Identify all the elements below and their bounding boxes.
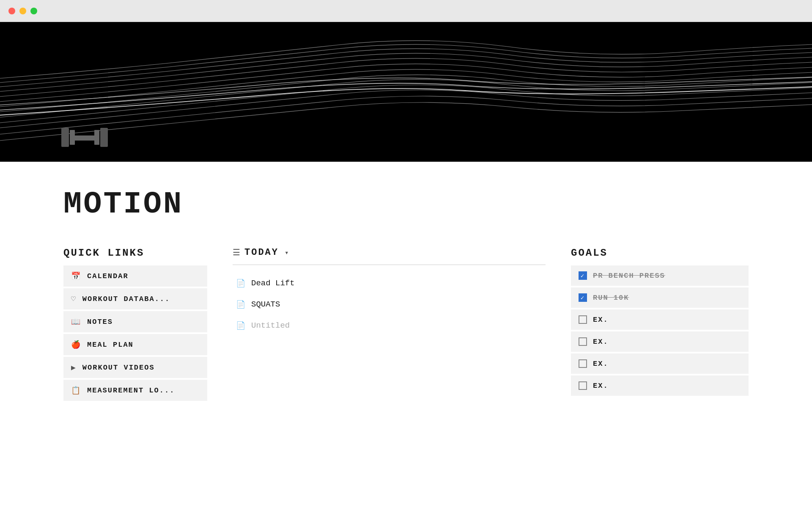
svg-rect-3: [75, 135, 94, 141]
ex-2-checkbox[interactable]: [579, 337, 587, 346]
quick-links-list: 📅 CALENDAR ♡ WORKOUT DATABA... 📖 NOTES 🍎…: [63, 265, 207, 401]
ex-1-checkbox[interactable]: [579, 315, 587, 324]
workout-database-label: WORKOUT DATABA...: [82, 295, 170, 303]
workout-videos-label: WORKOUT VIDEOS: [82, 364, 155, 372]
pr-bench-press-checkbox[interactable]: ✓: [579, 271, 587, 280]
goal-item-pr-bench-press: ✓ PR BENCH PRESS: [571, 265, 749, 286]
quick-links-heading: QUICK LINKS: [63, 247, 207, 259]
quick-link-item-workout-videos[interactable]: ▶ WORKOUT VIDEOS: [63, 357, 207, 378]
run-10k-checkbox[interactable]: ✓: [579, 293, 587, 302]
quick-link-item-calendar[interactable]: 📅 CALENDAR: [63, 265, 207, 287]
goal-item-ex-2: EX.: [571, 331, 749, 352]
svg-rect-1: [61, 128, 69, 147]
columns-layout: QUICK LINKS 📅 CALENDAR ♡ WORKOUT DATABA.…: [63, 247, 749, 401]
untitled-label: Untitled: [251, 321, 290, 330]
document-icon: 📄: [236, 279, 245, 288]
measurement-log-icon: 📋: [71, 386, 81, 395]
today-label: TODAY: [244, 247, 279, 258]
main-content: MOTION QUICK LINKS 📅 CALENDAR ♡ WORKOUT …: [0, 162, 812, 426]
today-item-untitled[interactable]: 📄 Untitled: [233, 316, 546, 335]
quick-link-item-notes[interactable]: 📖 NOTES: [63, 311, 207, 332]
quick-link-item-measurement-log[interactable]: 📋 MEASUREMENT LO...: [63, 380, 207, 401]
ex-3-checkbox[interactable]: [579, 359, 587, 368]
goals-column: GOALS ✓ PR BENCH PRESS ✓ RUN 10K EX. EX.…: [571, 247, 749, 396]
today-column: ☰ TODAY ▾ 📄 Dead Lift 📄 SQUATS 📄 Untitle…: [233, 247, 546, 335]
browser-chrome: [0, 0, 812, 22]
ex-2-label: EX.: [593, 338, 609, 346]
traffic-light-yellow[interactable]: [19, 8, 26, 14]
document-icon: 📄: [236, 321, 245, 330]
svg-rect-2: [70, 130, 75, 145]
list-icon: ☰: [233, 247, 240, 258]
goal-item-ex-4: EX.: [571, 375, 749, 396]
page-title: MOTION: [63, 187, 749, 222]
goals-list: ✓ PR BENCH PRESS ✓ RUN 10K EX. EX. EX. E…: [571, 265, 749, 396]
ex-1-label: EX.: [593, 316, 609, 324]
squats-label: SQUATS: [251, 300, 280, 309]
wave-background: [0, 22, 812, 162]
goal-item-ex-3: EX.: [571, 353, 749, 374]
goals-heading: GOALS: [571, 247, 749, 259]
today-header: ☰ TODAY ▾: [233, 247, 546, 265]
dumbbell-icon: [61, 124, 108, 153]
svg-rect-5: [100, 128, 108, 147]
hero-banner: [0, 22, 812, 162]
ex-3-label: EX.: [593, 360, 609, 368]
workout-database-icon: ♡: [71, 294, 77, 304]
ex-4-label: EX.: [593, 382, 609, 390]
quick-link-item-workout-database[interactable]: ♡ WORKOUT DATABA...: [63, 288, 207, 309]
notes-label: NOTES: [87, 318, 113, 326]
pr-bench-press-label: PR BENCH PRESS: [593, 272, 665, 280]
today-item-squats[interactable]: 📄 SQUATS: [233, 295, 546, 314]
goal-item-ex-1: EX.: [571, 309, 749, 330]
meal-plan-label: MEAL PLAN: [87, 341, 134, 349]
notes-icon: 📖: [71, 317, 81, 326]
ex-4-checkbox[interactable]: [579, 381, 587, 390]
today-items-list: 📄 Dead Lift 📄 SQUATS 📄 Untitled: [233, 273, 546, 335]
meal-plan-icon: 🍎: [71, 340, 81, 349]
svg-rect-0: [0, 22, 812, 162]
quick-link-item-meal-plan[interactable]: 🍎 MEAL PLAN: [63, 334, 207, 355]
goal-item-run-10k: ✓ RUN 10K: [571, 287, 749, 308]
traffic-light-red[interactable]: [8, 8, 15, 14]
traffic-light-green[interactable]: [30, 8, 37, 14]
today-item-dead-lift[interactable]: 📄 Dead Lift: [233, 273, 546, 293]
document-icon: 📄: [236, 300, 245, 309]
dead-lift-label: Dead Lift: [251, 279, 295, 288]
run-10k-label: RUN 10K: [593, 294, 629, 302]
quick-links-column: QUICK LINKS 📅 CALENDAR ♡ WORKOUT DATABA.…: [63, 247, 207, 401]
calendar-icon: 📅: [71, 271, 81, 281]
calendar-label: CALENDAR: [87, 272, 129, 280]
svg-rect-4: [94, 130, 99, 145]
workout-videos-icon: ▶: [71, 363, 77, 372]
chevron-down-icon[interactable]: ▾: [285, 248, 289, 257]
measurement-log-label: MEASUREMENT LO...: [87, 387, 175, 395]
